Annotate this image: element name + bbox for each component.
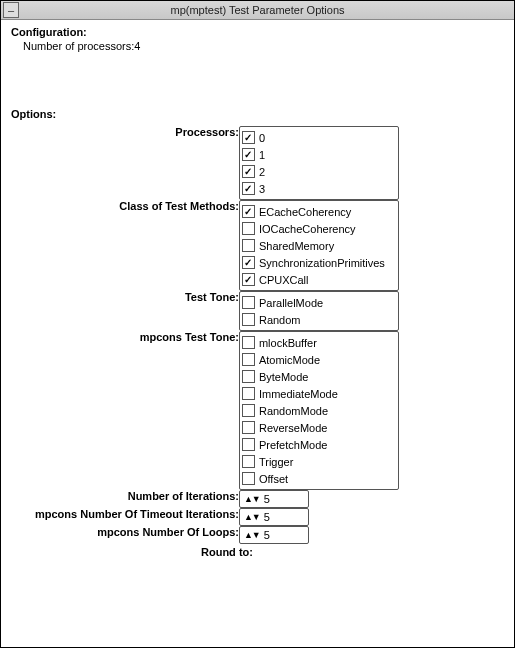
checkbox-label: IOCacheCoherency: [259, 223, 356, 235]
checkbox-row[interactable]: ReverseMode: [242, 419, 392, 436]
spinner-arrows-icon[interactable]: ▲▼: [244, 530, 260, 540]
checkbox[interactable]: [242, 438, 255, 451]
options-form: Processors: 0123 Class of Test Methods: …: [35, 126, 399, 544]
checkbox[interactable]: [242, 131, 255, 144]
checkbox-row[interactable]: Random: [242, 311, 392, 328]
checkbox-row[interactable]: CPUXCall: [242, 271, 392, 288]
checkbox-row[interactable]: ByteMode: [242, 368, 392, 385]
num-iterations-label: Number of Iterations:: [128, 490, 239, 502]
checkbox-label: SharedMemory: [259, 240, 334, 252]
num-iterations-value: 5: [264, 493, 270, 505]
checkbox-row[interactable]: 0: [242, 129, 392, 146]
checkbox-row[interactable]: Offset: [242, 470, 392, 487]
checkbox[interactable]: [242, 205, 255, 218]
checkbox[interactable]: [242, 336, 255, 349]
processors-checklist: 0123: [239, 126, 399, 200]
checkbox-label: 3: [259, 183, 265, 195]
mpcons-loops-label: mpcons Number Of Loops:: [97, 526, 239, 538]
checkbox[interactable]: [242, 387, 255, 400]
mpcons-timeout-spinner[interactable]: ▲▼ 5: [239, 508, 309, 526]
titlebar: – mp(mptest) Test Parameter Options: [1, 1, 514, 20]
checkbox-label: Trigger: [259, 456, 293, 468]
checkbox-label: AtomicMode: [259, 354, 320, 366]
class-methods-checklist: ECacheCoherencyIOCacheCoherencySharedMem…: [239, 200, 399, 291]
checkbox-row[interactable]: AtomicMode: [242, 351, 392, 368]
checkbox-row[interactable]: IOCacheCoherency: [242, 220, 392, 237]
checkbox-row[interactable]: PrefetchMode: [242, 436, 392, 453]
checkbox[interactable]: [242, 148, 255, 161]
checkbox[interactable]: [242, 182, 255, 195]
checkbox-row[interactable]: mlockBuffer: [242, 334, 392, 351]
window: – mp(mptest) Test Parameter Options Conf…: [0, 0, 515, 648]
checkbox[interactable]: [242, 421, 255, 434]
mpcons-timeout-value: 5: [264, 511, 270, 523]
checkbox[interactable]: [242, 472, 255, 485]
checkbox-label: mlockBuffer: [259, 337, 317, 349]
checkbox[interactable]: [242, 273, 255, 286]
checkbox-label: ImmediateMode: [259, 388, 338, 400]
options-label: Options:: [11, 108, 506, 120]
checkbox-row[interactable]: ECacheCoherency: [242, 203, 392, 220]
checkbox-label: CPUXCall: [259, 274, 309, 286]
checkbox-row[interactable]: ImmediateMode: [242, 385, 392, 402]
checkbox-row[interactable]: 1: [242, 146, 392, 163]
checkbox-row[interactable]: Trigger: [242, 453, 392, 470]
configuration-value: Number of processors:4: [23, 40, 506, 52]
test-tone-checklist: ParallelModeRandom: [239, 291, 399, 331]
window-title: mp(mptest) Test Parameter Options: [1, 4, 514, 16]
round-to-label: Round to:: [201, 546, 506, 558]
num-iterations-spinner[interactable]: ▲▼ 5: [239, 490, 309, 508]
checkbox-label: 2: [259, 166, 265, 178]
mpcons-loops-spinner[interactable]: ▲▼ 5: [239, 526, 309, 544]
configuration-label: Configuration:: [11, 26, 506, 38]
checkbox-label: Offset: [259, 473, 288, 485]
checkbox-row[interactable]: SharedMemory: [242, 237, 392, 254]
test-tone-label: Test Tone:: [185, 291, 239, 303]
checkbox-label: 0: [259, 132, 265, 144]
processors-label: Processors:: [175, 126, 239, 138]
class-methods-label: Class of Test Methods:: [119, 200, 239, 212]
checkbox-label: SynchronizationPrimitives: [259, 257, 385, 269]
checkbox-label: 1: [259, 149, 265, 161]
checkbox[interactable]: [242, 239, 255, 252]
checkbox[interactable]: [242, 296, 255, 309]
checkbox[interactable]: [242, 353, 255, 366]
checkbox[interactable]: [242, 455, 255, 468]
checkbox-label: PrefetchMode: [259, 439, 327, 451]
spinner-arrows-icon[interactable]: ▲▼: [244, 512, 260, 522]
checkbox-row[interactable]: RandomMode: [242, 402, 392, 419]
checkbox[interactable]: [242, 165, 255, 178]
checkbox[interactable]: [242, 370, 255, 383]
checkbox-label: ECacheCoherency: [259, 206, 351, 218]
checkbox-row[interactable]: SynchronizationPrimitives: [242, 254, 392, 271]
mpcons-test-tone-checklist: mlockBufferAtomicModeByteModeImmediateMo…: [239, 331, 399, 490]
client-area: Configuration: Number of processors:4 Op…: [1, 20, 514, 648]
checkbox[interactable]: [242, 222, 255, 235]
mpcons-timeout-label: mpcons Number Of Timeout Iterations:: [35, 508, 239, 520]
checkbox-label: Random: [259, 314, 301, 326]
checkbox-label: ByteMode: [259, 371, 309, 383]
mpcons-test-tone-label: mpcons Test Tone:: [140, 331, 239, 343]
checkbox-row[interactable]: 3: [242, 180, 392, 197]
checkbox-label: ReverseMode: [259, 422, 327, 434]
checkbox[interactable]: [242, 313, 255, 326]
checkbox-label: RandomMode: [259, 405, 328, 417]
mpcons-loops-value: 5: [264, 529, 270, 541]
checkbox[interactable]: [242, 404, 255, 417]
spinner-arrows-icon[interactable]: ▲▼: [244, 494, 260, 504]
checkbox-row[interactable]: ParallelMode: [242, 294, 392, 311]
checkbox[interactable]: [242, 256, 255, 269]
checkbox-row[interactable]: 2: [242, 163, 392, 180]
checkbox-label: ParallelMode: [259, 297, 323, 309]
